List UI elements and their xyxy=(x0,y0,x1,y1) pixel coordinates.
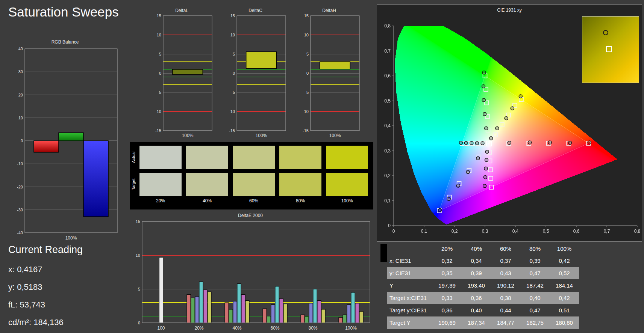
deltae-bar-blue xyxy=(271,304,275,323)
tick-label: -10 xyxy=(303,109,309,114)
tick-label: -15 xyxy=(303,128,309,133)
reading-y: y: 0,5183 xyxy=(8,282,83,292)
tick-label: 0,4 xyxy=(384,123,391,128)
deltae-bar-magenta xyxy=(355,303,359,323)
table-row-label: x: CIE31 xyxy=(387,255,432,267)
tick-label: 5 xyxy=(138,287,140,291)
deltae2000-plot: 05101510020%40%60%80%100% xyxy=(128,218,373,332)
table-cell: 0,38 xyxy=(491,292,520,304)
tick-label: 0 xyxy=(306,71,309,75)
table-cell: 0,47 xyxy=(520,304,550,316)
table-cell: 182,75 xyxy=(520,316,550,329)
tick-label: 10 xyxy=(230,33,235,37)
table-cell: 0,40 xyxy=(520,292,550,304)
cie-zoom-inset xyxy=(582,16,639,83)
tick-label: 100 xyxy=(157,325,165,331)
tick-label: -20 xyxy=(17,185,23,189)
tick-label: 0,3 xyxy=(384,148,391,154)
table-cell: 180,80 xyxy=(550,316,579,329)
tick-label: 5 xyxy=(306,52,309,56)
tick-label: 0 xyxy=(392,229,395,234)
deltae-bar-cyan xyxy=(237,284,241,323)
tick-label: -40 xyxy=(17,231,23,235)
tick-label: 15 xyxy=(230,14,235,18)
table-cell: 193,40 xyxy=(462,279,491,292)
table-cell: 0,44 xyxy=(491,304,520,316)
table-row-label: Target Y xyxy=(387,316,432,329)
deltae-bar-green xyxy=(343,315,347,323)
deltaL-bar xyxy=(173,69,203,74)
table-col-header: 40% xyxy=(462,243,491,255)
deltae2000-chart: DeltaE 2000 05101510020%40%60%80%100% xyxy=(128,212,373,332)
tick-label: 5 xyxy=(233,52,235,56)
tick-label: 10 xyxy=(18,116,23,120)
deltae-bar-magenta xyxy=(279,298,283,323)
table-row-label: Y xyxy=(387,279,432,292)
deltae-bar-yellow xyxy=(359,311,363,323)
tick-label: 0,5 xyxy=(384,98,391,104)
deltae-bar-blue xyxy=(195,297,199,323)
tick-label: 15 xyxy=(304,14,309,18)
table-row: Target y:CIE310,360,400,440,470,51 xyxy=(387,304,579,316)
tick-label: 0,8 xyxy=(384,23,391,29)
tick-label: -15 xyxy=(155,128,161,133)
actual-swatch-40% xyxy=(186,146,228,169)
table-cell: 0,40 xyxy=(462,304,491,316)
table-cell: 0,36 xyxy=(462,292,491,304)
deltaH-plot: -15-10-5051015100% xyxy=(296,14,362,139)
deltaH-title: DeltaH xyxy=(296,8,362,14)
table-cell: 190,69 xyxy=(432,316,462,329)
table-col-header: 20% xyxy=(432,243,462,255)
deltae-bar-magenta xyxy=(203,290,207,323)
target-row-label: Target xyxy=(131,173,137,196)
table-col-header: 60% xyxy=(491,243,520,255)
tick-label: -10 xyxy=(229,109,235,114)
tick-label: 0 xyxy=(388,223,391,228)
deltae-bar-red xyxy=(263,309,267,323)
table-cell: 0,52 xyxy=(550,267,579,279)
rgb-balance-chart: RGB Balance -40-30-20-10010203040100% xyxy=(11,39,120,250)
deltaC-chart: DeltaC -15-10-5051015100% xyxy=(223,8,288,139)
table-cell: 197,39 xyxy=(432,279,462,292)
tick-label: -30 xyxy=(17,208,23,212)
table-col-header: 80% xyxy=(520,243,550,255)
table-cell: 0,42 xyxy=(550,255,579,267)
tick-label: 20 xyxy=(18,93,23,97)
deltaC-title: DeltaC xyxy=(223,8,288,14)
cie-panel: CIE 1931 xy 00,10,20,30,40,50,60,70,800,… xyxy=(377,5,642,242)
deltae-bar-green xyxy=(229,309,233,323)
table-cell: 187,42 xyxy=(520,279,550,292)
tick-label: 20% xyxy=(194,325,203,331)
actual-swatch-row xyxy=(139,146,368,169)
deltaL-title: DeltaL xyxy=(149,8,215,14)
table-corner xyxy=(380,244,387,262)
rgb-balance-title: RGB Balance xyxy=(11,39,120,45)
rgb-balance-plot: -40-30-20-10010203040100% xyxy=(11,45,120,250)
tick-label: 10 xyxy=(304,33,309,37)
deltae-bar-cyan xyxy=(313,289,317,323)
deltaC-plot: -15-10-5051015100% xyxy=(223,14,288,139)
tick-label: 10 xyxy=(136,253,140,258)
tick-label: 15 xyxy=(157,14,161,18)
actual-swatch-60% xyxy=(233,146,275,169)
table-cell: 0,34 xyxy=(462,255,491,267)
deltaC-bar xyxy=(246,52,277,69)
tick-label: 10 xyxy=(157,33,161,37)
page-title: Saturation Sweeps xyxy=(8,5,119,20)
tick-label: -10 xyxy=(155,109,161,114)
actual-swatch-80% xyxy=(279,146,321,169)
tick-label: 0 xyxy=(159,71,161,75)
measurement-table: 20%40%60%80%100%x: CIE310,320,340,370,39… xyxy=(387,243,579,329)
swatch-percent-label: 80% xyxy=(279,198,321,203)
tick-label: 0,1 xyxy=(421,229,427,234)
table-row: Target x:CIE310,330,360,380,400,42 xyxy=(387,292,579,304)
table-row: Y197,39193,40190,12187,42184,14 xyxy=(387,279,579,292)
deltaH-bar xyxy=(320,62,350,69)
deltaH-chart: DeltaH -15-10-5051015100% xyxy=(296,8,362,139)
table-row-label: Target y:CIE31 xyxy=(387,304,432,316)
deltae-bar-blue xyxy=(309,303,313,323)
tick-label: 0,4 xyxy=(512,229,519,234)
table-cell: 0,39 xyxy=(462,267,491,279)
tick-label: -5 xyxy=(305,90,309,95)
tick-label: 40% xyxy=(232,325,241,331)
